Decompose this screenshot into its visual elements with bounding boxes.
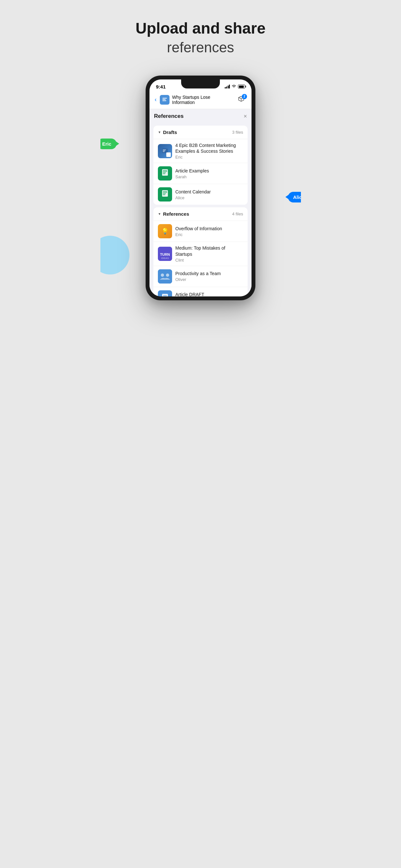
svg-rect-13 bbox=[163, 191, 167, 192]
lightbulb-thumbnail: 💡 bbox=[158, 224, 172, 238]
medium-thumbnail: TURN IDEAS bbox=[158, 247, 172, 261]
hero-section: Upload and share references bbox=[100, 0, 301, 69]
article-examples-name: Article Examples bbox=[175, 168, 243, 174]
svg-rect-0 bbox=[162, 98, 167, 98]
svg-point-23 bbox=[166, 274, 169, 277]
alice-avatar: Alice bbox=[288, 192, 301, 203]
productivity-team-name: Productivity as a Team bbox=[175, 271, 243, 276]
nav-bar: ‹ Why Startups Lose Information bbox=[150, 91, 251, 109]
back-button[interactable]: ‹ bbox=[155, 96, 157, 103]
phone-inner: 9:41 bbox=[150, 80, 251, 297]
doc-thumbnail bbox=[158, 290, 172, 297]
svg-rect-11 bbox=[163, 174, 165, 175]
hero-title-line1: Upload and share bbox=[113, 20, 288, 37]
battery-icon bbox=[238, 85, 245, 89]
svg-rect-1 bbox=[162, 99, 166, 100]
sheets-thumbnail-2 bbox=[158, 187, 172, 202]
svg-point-22 bbox=[161, 274, 164, 277]
productivity-team-author: Oliver bbox=[175, 277, 243, 282]
phone-scroll-content[interactable]: References × ▼ Drafts 3 files bbox=[150, 109, 251, 297]
drafts-label: Drafts bbox=[163, 129, 177, 135]
b2b-thumbnail bbox=[158, 144, 172, 158]
svg-rect-4 bbox=[163, 150, 166, 150]
drafts-section-header: ▼ Drafts 3 files bbox=[153, 126, 248, 139]
svg-rect-10 bbox=[163, 173, 166, 173]
svg-text:TURN: TURN bbox=[160, 252, 170, 256]
content-calendar-name: Content Calendar bbox=[175, 189, 243, 195]
svg-rect-8 bbox=[163, 170, 167, 171]
drafts-collapse-icon[interactable]: ▼ bbox=[158, 130, 161, 134]
svg-rect-5 bbox=[163, 151, 165, 151]
svg-rect-9 bbox=[163, 172, 167, 172]
phone-notch bbox=[181, 80, 220, 89]
content-calendar-author: Alice bbox=[175, 195, 243, 200]
list-item[interactable]: Article Examples Sarah bbox=[153, 163, 248, 184]
references-count: 4 files bbox=[232, 212, 243, 216]
signal-icon bbox=[225, 85, 230, 89]
nav-app-icon bbox=[160, 95, 169, 104]
references-section-header: ▼ References 4 files bbox=[153, 207, 248, 221]
decorative-blob bbox=[100, 236, 129, 275]
status-icons bbox=[225, 84, 245, 89]
medium-item-author: Clint bbox=[175, 258, 243, 262]
svg-rect-6 bbox=[163, 151, 165, 152]
references-header-row: References × bbox=[150, 109, 251, 123]
nav-badge-button[interactable]: 2 bbox=[236, 95, 246, 105]
close-button[interactable]: × bbox=[243, 113, 247, 120]
overflow-info-name: Overflow of Information bbox=[175, 226, 243, 231]
list-item[interactable]: Content Calendar Alice bbox=[153, 184, 248, 205]
svg-rect-25 bbox=[163, 295, 167, 296]
nav-title: Why Startups Lose Information bbox=[172, 95, 234, 105]
b2b-item-name: 4 Epic B2B Content Marketing Examples & … bbox=[175, 143, 243, 154]
article-draft-name: Article DRAFT bbox=[175, 291, 243, 297]
drafts-count: 3 files bbox=[232, 130, 243, 135]
svg-rect-15 bbox=[163, 193, 166, 194]
eric-avatar: Eric bbox=[100, 138, 117, 149]
phone-outer: 9:41 bbox=[146, 75, 255, 300]
team-thumbnail bbox=[158, 269, 172, 283]
references-title: References bbox=[154, 113, 184, 120]
b2b-item-author: Eric bbox=[175, 155, 243, 159]
sheets-thumbnail-1 bbox=[158, 166, 172, 181]
svg-rect-16 bbox=[163, 195, 165, 195]
alice-bubble: Alice bbox=[288, 192, 301, 203]
article-examples-author: Sarah bbox=[175, 175, 243, 179]
svg-text:💡: 💡 bbox=[161, 228, 169, 235]
svg-rect-21 bbox=[158, 269, 172, 283]
svg-text:IDEAS: IDEAS bbox=[161, 257, 169, 259]
badge-count: 2 bbox=[242, 94, 247, 99]
eric-bubble: Eric bbox=[100, 138, 117, 149]
hero-title-line2: references bbox=[113, 39, 288, 56]
list-item[interactable]: 💡 Overflow of Information Eric bbox=[153, 221, 248, 242]
svg-rect-26 bbox=[163, 296, 167, 297]
phone-mockup-wrapper: Eric Alice 9:41 bbox=[100, 75, 301, 300]
references-collapse-icon[interactable]: ▼ bbox=[158, 212, 161, 216]
references-section: ▼ References 4 files 💡 Over bbox=[153, 207, 248, 297]
svg-rect-2 bbox=[162, 100, 166, 101]
svg-rect-14 bbox=[163, 192, 167, 193]
wifi-icon bbox=[232, 84, 236, 89]
list-item[interactable]: 4 Epic B2B Content Marketing Examples & … bbox=[153, 139, 248, 163]
status-time: 9:41 bbox=[156, 84, 166, 89]
drafts-section: ▼ Drafts 3 files bbox=[153, 126, 248, 205]
medium-item-name: Medium: Top Mistakes of Startups bbox=[175, 245, 243, 257]
overflow-info-author: Eric bbox=[175, 232, 243, 237]
list-item[interactable]: Article DRAFT Brian bbox=[153, 287, 248, 297]
references-section-label: References bbox=[163, 211, 189, 217]
list-item[interactable]: Productivity as a Team Oliver bbox=[153, 266, 248, 287]
list-item[interactable]: TURN IDEAS Medium: Top Mistakes of Start… bbox=[153, 242, 248, 266]
